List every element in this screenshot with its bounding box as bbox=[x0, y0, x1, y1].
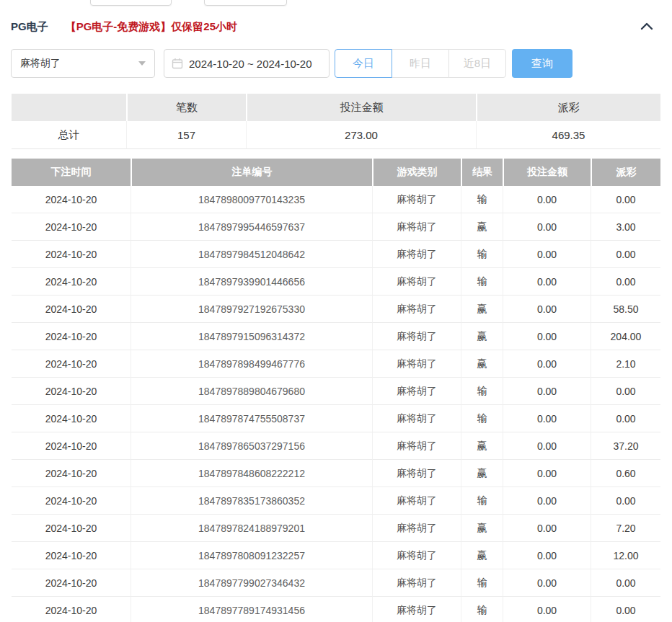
text-input-partial[interactable] bbox=[90, 0, 172, 6]
result: 输 bbox=[461, 487, 503, 515]
summary-total-label: 总计 bbox=[12, 121, 126, 149]
bet-amount: 0.00 bbox=[503, 460, 591, 487]
game-type: 麻将胡了 bbox=[372, 515, 461, 542]
col-payout: 派彩 bbox=[591, 159, 660, 186]
date-range-value: 2024-10-20 ~ 2024-10-20 bbox=[189, 58, 312, 70]
result: 赢 bbox=[461, 432, 503, 460]
bet-id: 1847897984512048642 bbox=[131, 241, 372, 268]
game-type: 麻将胡了 bbox=[372, 350, 461, 378]
game-type: 麻将胡了 bbox=[372, 569, 461, 597]
summary-total-row: 总计 157 273.00 469.35 bbox=[12, 121, 660, 149]
payout: 37.20 bbox=[591, 432, 660, 460]
bet-id: 1847897848608222212 bbox=[131, 460, 372, 487]
summary-col-payout: 派彩 bbox=[476, 94, 660, 121]
bet-id: 1847897824188979201 bbox=[131, 515, 372, 542]
summary-header-row: 笔数 投注金额 派彩 bbox=[12, 94, 660, 121]
payout: 0.00 bbox=[591, 405, 660, 432]
bet-date: 2024-10-20 bbox=[12, 213, 131, 241]
table-row: 2024-10-201847897865037297156麻将胡了赢0.0037… bbox=[12, 432, 660, 460]
bet-amount: 0.00 bbox=[503, 323, 591, 350]
quick-button-today[interactable]: 今日 bbox=[335, 49, 392, 78]
payout: 0.00 bbox=[591, 268, 660, 296]
payout: 204.00 bbox=[591, 323, 660, 350]
bet-date: 2024-10-20 bbox=[12, 569, 131, 597]
panel-title: PG电子 bbox=[11, 20, 48, 34]
bet-amount: 0.00 bbox=[503, 241, 591, 268]
bet-id: 1847897915096314372 bbox=[131, 323, 372, 350]
game-select-value: 麻将胡了 bbox=[20, 57, 61, 70]
bet-date: 2024-10-20 bbox=[12, 241, 131, 268]
game-type: 麻将胡了 bbox=[372, 268, 461, 296]
table-row: 2024-10-201847897824188979201麻将胡了赢0.007.… bbox=[12, 515, 660, 542]
table-row: 2024-10-201847897898499467776麻将胡了赢0.002.… bbox=[12, 350, 660, 378]
bet-amount: 0.00 bbox=[503, 378, 591, 405]
panel-header: PG电子 【PG电子-免费游戏】仅保留25小时 bbox=[11, 20, 237, 34]
bet-id: 1847897799027346432 bbox=[131, 569, 372, 597]
result: 输 bbox=[461, 405, 503, 432]
game-select[interactable]: 麻将胡了 bbox=[11, 49, 155, 78]
bet-date: 2024-10-20 bbox=[12, 597, 131, 622]
result: 赢 bbox=[461, 515, 503, 542]
col-bet-id: 注单编号 bbox=[131, 159, 372, 186]
bet-id: 1847897898499467776 bbox=[131, 350, 372, 378]
game-type: 麻将胡了 bbox=[372, 542, 461, 569]
bet-table: 下注时间 注单编号 游戏类别 结果 投注金额 派彩 2024-10-201847… bbox=[12, 159, 660, 622]
game-type: 麻将胡了 bbox=[372, 186, 461, 213]
bet-table-body: 2024-10-201847898009770143235麻将胡了输0.000.… bbox=[12, 186, 660, 622]
bet-date: 2024-10-20 bbox=[12, 432, 131, 460]
result: 赢 bbox=[461, 350, 503, 378]
game-type: 麻将胡了 bbox=[372, 597, 461, 622]
bet-id: 1847898009770143235 bbox=[131, 186, 372, 213]
bet-amount: 0.00 bbox=[503, 268, 591, 296]
pg-records-panel: PG电子 【PG电子-免费游戏】仅保留25小时 麻将胡了 2024-10- bbox=[0, 0, 672, 622]
bet-amount: 0.00 bbox=[503, 213, 591, 241]
bet-date: 2024-10-20 bbox=[12, 268, 131, 296]
table-row: 2024-10-201847897808091232257麻将胡了赢0.0012… bbox=[12, 542, 660, 569]
bet-amount: 0.00 bbox=[503, 186, 591, 213]
summary-col-blank bbox=[12, 94, 126, 121]
quick-button-yesterday[interactable]: 昨日 bbox=[392, 49, 449, 78]
quick-button-last8days[interactable]: 近8日 bbox=[448, 49, 506, 78]
bet-id: 1847897939901446656 bbox=[131, 268, 372, 296]
caret-down-icon bbox=[138, 61, 146, 66]
bet-id: 1847897927192675330 bbox=[131, 296, 372, 323]
payout: 0.00 bbox=[591, 597, 660, 622]
text-input-partial[interactable] bbox=[204, 0, 287, 6]
game-type: 麻将胡了 bbox=[372, 296, 461, 323]
filter-row: 麻将胡了 2024-10-20 ~ 2024-10-20 今日 昨日 近8日 查… bbox=[11, 49, 572, 78]
bet-amount: 0.00 bbox=[503, 405, 591, 432]
result: 赢 bbox=[461, 213, 503, 241]
bet-amount: 0.00 bbox=[503, 542, 591, 569]
summary-col-count: 笔数 bbox=[126, 94, 246, 121]
col-bet-amount: 投注金额 bbox=[503, 159, 591, 186]
bet-id: 1847897789174931456 bbox=[131, 597, 372, 622]
game-type: 麻将胡了 bbox=[372, 213, 461, 241]
col-result: 结果 bbox=[461, 159, 503, 186]
result: 赢 bbox=[461, 542, 503, 569]
table-row: 2024-10-201847897915096314372麻将胡了赢0.0020… bbox=[12, 323, 660, 350]
result: 输 bbox=[461, 569, 503, 597]
bet-date: 2024-10-20 bbox=[12, 350, 131, 378]
quick-date-group: 今日 昨日 近8日 bbox=[335, 49, 506, 78]
payout: 3.00 bbox=[591, 213, 660, 241]
bet-amount: 0.00 bbox=[503, 432, 591, 460]
date-range-input[interactable]: 2024-10-20 ~ 2024-10-20 bbox=[164, 49, 330, 78]
search-button[interactable]: 查询 bbox=[512, 49, 572, 78]
bet-amount: 0.00 bbox=[503, 515, 591, 542]
payout: 0.00 bbox=[591, 378, 660, 405]
payout: 0.00 bbox=[591, 569, 660, 597]
bet-id: 1847897995446597637 bbox=[131, 213, 372, 241]
result: 赢 bbox=[461, 460, 503, 487]
bet-amount: 0.00 bbox=[503, 296, 591, 323]
col-bet-time: 下注时间 bbox=[12, 159, 131, 186]
bet-date: 2024-10-20 bbox=[12, 542, 131, 569]
table-row: 2024-10-201847897984512048642麻将胡了输0.000.… bbox=[12, 241, 660, 268]
payout: 0.00 bbox=[591, 241, 660, 268]
collapse-button[interactable] bbox=[639, 20, 655, 33]
summary-total-bet-amount: 273.00 bbox=[246, 121, 476, 149]
bet-id: 1847897874755508737 bbox=[131, 405, 372, 432]
panel-notice: 【PG电子-免费游戏】仅保留25小时 bbox=[66, 20, 237, 34]
summary-total-payout: 469.35 bbox=[476, 121, 660, 149]
summary-table: 笔数 投注金额 派彩 总计 157 273.00 469.35 bbox=[12, 94, 660, 149]
col-game-type: 游戏类别 bbox=[372, 159, 461, 186]
